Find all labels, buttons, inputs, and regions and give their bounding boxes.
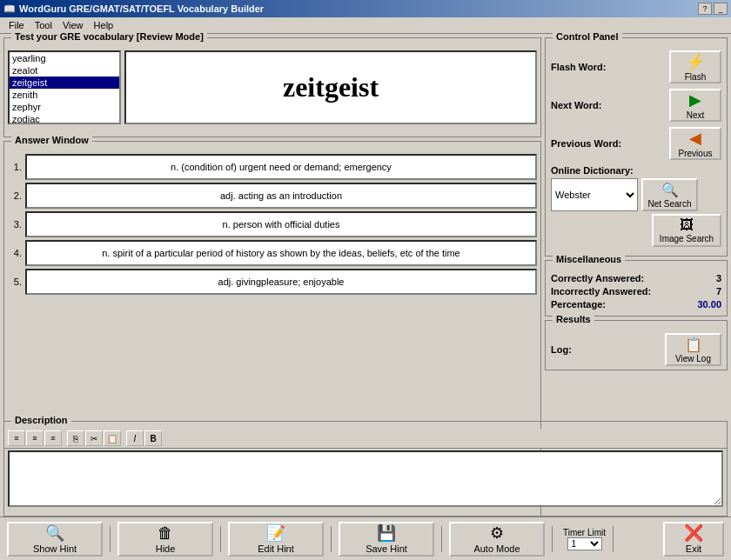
- description-section: Description ≡ ≡ ≡ ⎘ ✂ 📋 I B: [3, 421, 728, 517]
- app-title: WordGuru GRE/GMAT/SAT/TOEFL Vocabulary B…: [19, 3, 264, 14]
- answer-num-5: 5.: [8, 277, 22, 287]
- percentage-value: 30.00: [697, 299, 721, 310]
- exit-button[interactable]: ❌ Exit: [663, 522, 724, 557]
- sep-3: [331, 526, 332, 552]
- menu-tool[interactable]: Tool: [30, 19, 57, 31]
- control-panel-title: Control Panel: [553, 31, 622, 42]
- answer-box-4[interactable]: n. spirit of a particular period of hist…: [25, 240, 537, 266]
- hide-icon: 🗑: [158, 524, 173, 543]
- answer-num-2: 2.: [8, 190, 22, 201]
- copy-btn[interactable]: ⎘: [67, 430, 84, 446]
- answer-row-3: 3. n. person with official duties: [8, 211, 537, 237]
- paste-btn[interactable]: 📋: [104, 430, 121, 446]
- flash-icon: ⚡: [686, 52, 705, 71]
- timer-label: Timer Limit: [563, 528, 606, 537]
- word-list[interactable]: yearling zealot zeitgeist zenith zephyr …: [8, 50, 121, 124]
- current-word: zeitgeist: [283, 71, 379, 103]
- view-log-button[interactable]: 📋 View Log: [665, 333, 721, 366]
- word-item-zodiac[interactable]: zodiac: [10, 113, 119, 124]
- answer-box-3[interactable]: n. person with official duties: [25, 211, 537, 237]
- show-hint-icon: 🔍: [45, 523, 64, 543]
- flash-word-label: Flash Word:: [551, 62, 606, 72]
- align-right-btn[interactable]: ≡: [44, 430, 62, 446]
- auto-mode-icon: ⚙: [490, 523, 504, 543]
- menu-help[interactable]: Help: [89, 19, 119, 31]
- correctly-answered-label: Correctly Answered:: [551, 273, 644, 283]
- answer-list: 1. n. (condition of) urgent need or dema…: [8, 154, 537, 295]
- flash-button[interactable]: ⚡ Flash: [669, 50, 721, 83]
- previous-icon: ◀: [689, 129, 701, 148]
- miscellaneous-panel: Miscellaneous Correctly Answered: 3 Inco…: [545, 260, 728, 317]
- word-item-zeitgeist[interactable]: zeitgeist: [10, 77, 119, 89]
- sep-5: [552, 526, 553, 552]
- app-icon: 📖: [3, 3, 16, 15]
- sep-2: [220, 526, 221, 552]
- answer-row-2: 2. adj. acting as an introduction: [8, 183, 537, 209]
- answer-row-4: 4. n. spirit of a particular period of h…: [8, 240, 537, 266]
- save-hint-button[interactable]: 💾 Save Hint: [339, 522, 434, 557]
- next-button[interactable]: ▶ Next: [669, 89, 721, 122]
- timer-section: Timer Limit 123510: [563, 528, 606, 550]
- answer-num-1: 1.: [8, 162, 22, 172]
- previous-button[interactable]: ◀ Previous: [669, 127, 721, 160]
- italic-btn[interactable]: I: [126, 430, 144, 446]
- align-left-btn[interactable]: ≡: [8, 430, 25, 446]
- next-word-label: Next Word:: [551, 100, 601, 110]
- misc-title: Miscellaneous: [553, 254, 625, 264]
- auto-mode-button[interactable]: ⚙ Auto Mode: [449, 522, 545, 557]
- incorrectly-answered-value: 7: [716, 286, 721, 297]
- test-section: Test your GRE vocabulary [Review Mode] y…: [3, 37, 541, 137]
- word-item-zephyr[interactable]: zephyr: [10, 101, 119, 113]
- minimize-btn[interactable]: _: [714, 3, 728, 15]
- edit-hint-icon: 📝: [266, 523, 285, 543]
- description-toolbar: ≡ ≡ ≡ ⎘ ✂ 📋 I B: [4, 429, 727, 449]
- word-item-yearling[interactable]: yearling: [10, 52, 119, 64]
- help-btn[interactable]: ?: [698, 3, 712, 15]
- sep-4: [441, 526, 442, 552]
- align-center-btn[interactable]: ≡: [26, 430, 44, 446]
- answer-box-5[interactable]: adj. givingpleasure; enjoyable: [25, 269, 537, 295]
- net-search-button[interactable]: 🔍 Net Search: [641, 178, 698, 211]
- dictionary-select[interactable]: WebsterMerriamCambridge: [551, 178, 638, 211]
- menu-view[interactable]: View: [57, 19, 89, 31]
- answer-num-3: 3.: [8, 219, 22, 230]
- timer-select[interactable]: 123510: [567, 537, 602, 550]
- cut-btn[interactable]: ✂: [85, 430, 103, 446]
- save-hint-icon: 💾: [377, 523, 396, 543]
- correctly-answered-value: 3: [716, 273, 721, 283]
- word-item-zenith[interactable]: zenith: [10, 89, 119, 101]
- online-dict-label: Online Dictionary:: [551, 165, 721, 176]
- percentage-label: Percentage:: [551, 299, 606, 310]
- results-title: Results: [553, 314, 594, 324]
- sep-1: [110, 526, 111, 552]
- bottom-toolbar: 🔍 Show Hint 🗑 Hide 📝 Edit Hint 💾 Save Hi…: [0, 517, 731, 560]
- answer-box-2[interactable]: adj. acting as an introduction: [25, 183, 537, 209]
- word-item-zealot[interactable]: zealot: [10, 64, 119, 77]
- word-display: zeitgeist: [124, 50, 537, 124]
- title-bar: 📖 WordGuru GRE/GMAT/SAT/TOEFL Vocabulary…: [0, 0, 731, 17]
- answer-row-1: 1. n. (condition of) urgent need or dema…: [8, 154, 537, 180]
- control-panel: Control Panel Flash Word: ⚡ Flash Next W…: [545, 37, 728, 257]
- description-textarea[interactable]: [8, 450, 723, 507]
- incorrectly-answered-label: Incorrectly Answered:: [551, 286, 651, 297]
- answer-row-5: 5. adj. givingpleasure; enjoyable: [8, 269, 537, 295]
- menu-file[interactable]: File: [3, 19, 30, 31]
- answer-num-4: 4.: [8, 248, 22, 258]
- answer-box-1[interactable]: n. (condition of) urgent need or demand;…: [25, 154, 537, 180]
- view-log-icon: 📋: [685, 337, 702, 353]
- next-icon: ▶: [689, 90, 701, 110]
- bold-btn[interactable]: B: [144, 430, 162, 446]
- hide-button[interactable]: 🗑 Hide: [117, 522, 213, 557]
- results-panel: Results Log: 📋 View Log: [545, 320, 728, 370]
- sep-6: [613, 526, 614, 552]
- previous-word-label: Previous Word:: [551, 138, 621, 149]
- edit-hint-button[interactable]: 📝 Edit Hint: [228, 522, 324, 557]
- exit-icon: ❌: [684, 523, 703, 543]
- image-search-button[interactable]: 🖼 Image Search: [652, 214, 721, 247]
- show-hint-button[interactable]: 🔍 Show Hint: [7, 522, 103, 557]
- net-search-icon: 🔍: [661, 182, 679, 198]
- image-search-icon: 🖼: [680, 217, 694, 233]
- log-label: Log:: [551, 344, 572, 355]
- test-section-title: Test your GRE vocabulary [Review Mode]: [11, 31, 207, 42]
- answer-section-title: Answer Window: [11, 135, 92, 145]
